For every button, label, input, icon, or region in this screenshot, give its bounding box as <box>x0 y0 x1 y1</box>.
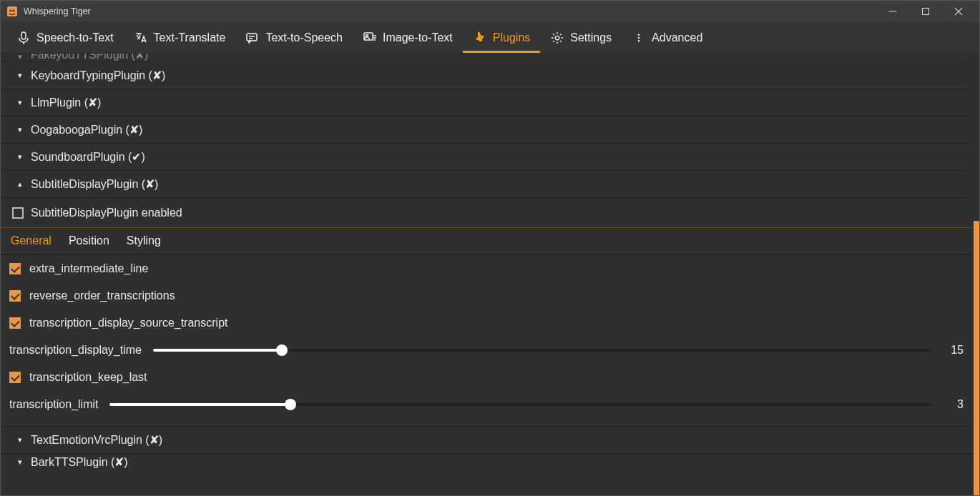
tab-label: Plugins <box>493 31 530 44</box>
tab-speech-to-text[interactable]: Speech-to-Text <box>6 24 124 53</box>
chevron-down-icon: ▾ <box>15 457 25 467</box>
plugin-name: FakeyouTTSPlugin (✘) <box>31 54 148 61</box>
main-tabbar: Speech-to-Text Text-Translate Text-to-Sp… <box>1 22 979 54</box>
slider-value: 3 <box>944 398 964 411</box>
plugin-name: TextEmotionVrcPlugin (✘) <box>31 433 162 447</box>
plugin-icon <box>473 31 487 45</box>
svg-rect-7 <box>21 32 26 39</box>
tab-image-to-text[interactable]: Image-to-Text <box>353 24 463 53</box>
option-label: reverse_order_transcriptions <box>29 289 175 302</box>
plugin-row-truncated-top[interactable]: ▾ FakeyouTTSPlugin (✘) <box>1 54 972 62</box>
tab-label: Speech-to-Text <box>36 31 114 44</box>
slider-thumb[interactable] <box>276 344 288 356</box>
plugin-row[interactable]: ▾KeyboardTypingPlugin (✘) <box>1 62 972 89</box>
svg-rect-9 <box>247 34 257 41</box>
subtab-general[interactable]: General <box>9 230 53 252</box>
chevron-down-icon: ▾ <box>15 98 25 107</box>
option-label: transcription_display_time <box>9 344 142 357</box>
tab-advanced[interactable]: Advanced <box>622 24 712 53</box>
option-label: transcription_keep_last <box>29 371 147 384</box>
option-slider-row: transcription_display_time15 <box>1 337 972 364</box>
plugin-enable-row: SubtitleDisplayPlugin enabled <box>1 198 972 228</box>
app-icon <box>6 6 18 17</box>
plugin-row[interactable]: ▾SoundboardPlugin (✔) <box>1 144 972 171</box>
tab-text-to-speech[interactable]: Text-to-Speech <box>235 24 353 53</box>
app-window: Whispering Tiger Speech-to-Text Text-Tra… <box>0 0 980 496</box>
plugin-row[interactable]: ▾ TextEmotionVrcPlugin (✘) <box>1 427 972 454</box>
chevron-down-icon: ▾ <box>15 54 25 61</box>
chevron-down-icon: ▾ <box>15 152 25 162</box>
slider-track[interactable] <box>153 349 932 352</box>
maximize-button[interactable] <box>909 1 942 22</box>
chevron-down-icon: ▾ <box>15 71 25 80</box>
translate-icon <box>134 31 148 45</box>
slider-fill <box>153 349 282 352</box>
tab-label: Text-Translate <box>154 31 226 44</box>
tab-label: Text-to-Speech <box>265 31 343 44</box>
slider-thumb[interactable] <box>285 399 296 410</box>
plugin-name: SubtitleDisplayPlugin (✘) <box>31 177 158 191</box>
option-slider-row: transcription_limit3 <box>1 391 972 418</box>
content-area: ▾ FakeyouTTSPlugin (✘) ▾KeyboardTypingPl… <box>1 54 979 495</box>
svg-rect-4 <box>923 9 929 15</box>
close-button[interactable] <box>942 1 975 22</box>
chevron-down-icon: ▾ <box>15 435 25 445</box>
svg-point-20 <box>638 40 640 42</box>
plugin-subtabbar: General Position Styling <box>1 228 972 255</box>
svg-point-19 <box>638 37 640 39</box>
titlebar-left: Whispering Tiger <box>6 6 91 17</box>
titlebar: Whispering Tiger <box>1 1 979 22</box>
plugin-row[interactable]: ▾LlmPlugin (✘) <box>1 89 972 116</box>
option-checkbox-row: transcription_display_source_transcript <box>1 309 972 337</box>
option-label: transcription_display_source_transcript <box>29 317 227 329</box>
checkbox[interactable] <box>9 263 21 274</box>
minimize-button[interactable] <box>876 1 909 22</box>
option-label: transcription_limit <box>9 398 98 411</box>
window-controls <box>876 1 975 22</box>
option-checkbox-row: reverse_order_transcriptions <box>1 282 972 309</box>
subtab-position[interactable]: Position <box>67 230 111 252</box>
option-checkbox-row: transcription_keep_last <box>1 364 972 391</box>
plugin-name: LlmPlugin (✘) <box>31 96 101 109</box>
tab-label: Settings <box>570 31 612 44</box>
slider-value: 15 <box>944 344 964 357</box>
svg-point-18 <box>638 34 640 36</box>
plugin-row-truncated-bottom[interactable]: ▾ BarkTTSPlugin (✘) <box>1 454 972 470</box>
tab-label: Advanced <box>652 31 702 44</box>
dots-icon <box>632 31 646 45</box>
checkbox[interactable] <box>9 317 21 329</box>
plugin-name: KeyboardTypingPlugin (✘) <box>31 69 165 82</box>
slider-track[interactable] <box>109 403 932 406</box>
speech-icon <box>245 31 260 45</box>
plugin-name: BarkTTSPlugin (✘) <box>31 455 128 469</box>
window-title: Whispering Tiger <box>24 6 91 16</box>
mic-icon <box>16 31 31 45</box>
chevron-down-icon: ▾ <box>15 125 25 134</box>
scrollbar-thumb[interactable] <box>974 221 979 495</box>
chevron-up-icon: ▴ <box>15 179 25 189</box>
gear-icon <box>550 31 564 45</box>
tab-settings[interactable]: Settings <box>540 24 622 53</box>
checkbox[interactable] <box>9 290 21 302</box>
enable-checkbox[interactable] <box>12 207 24 219</box>
svg-point-1 <box>10 10 12 12</box>
plugin-name: OogaboogaPlugin (✘) <box>31 123 142 137</box>
tab-text-translate[interactable]: Text-Translate <box>124 24 236 53</box>
plugin-list-scroll[interactable]: ▾ FakeyouTTSPlugin (✘) ▾KeyboardTypingPl… <box>1 54 972 492</box>
enable-label: SubtitleDisplayPlugin enabled <box>31 207 182 219</box>
tab-plugins[interactable]: Plugins <box>463 24 540 53</box>
slider-fill <box>109 403 290 406</box>
tab-label: Image-to-Text <box>383 31 453 44</box>
plugin-name: SoundboardPlugin (✔) <box>31 150 145 164</box>
option-checkbox-row: extra_intermediate_line <box>1 255 972 282</box>
divider <box>1 418 972 427</box>
option-label: extra_intermediate_line <box>29 262 148 275</box>
subtab-styling[interactable]: Styling <box>125 230 162 252</box>
checkbox[interactable] <box>9 372 21 383</box>
svg-point-17 <box>556 36 559 39</box>
image-text-icon <box>363 31 377 45</box>
svg-point-2 <box>13 10 15 12</box>
plugin-row[interactable]: ▾OogaboogaPlugin (✘) <box>1 116 972 144</box>
plugin-row[interactable]: ▴SubtitleDisplayPlugin (✘) <box>1 171 972 198</box>
